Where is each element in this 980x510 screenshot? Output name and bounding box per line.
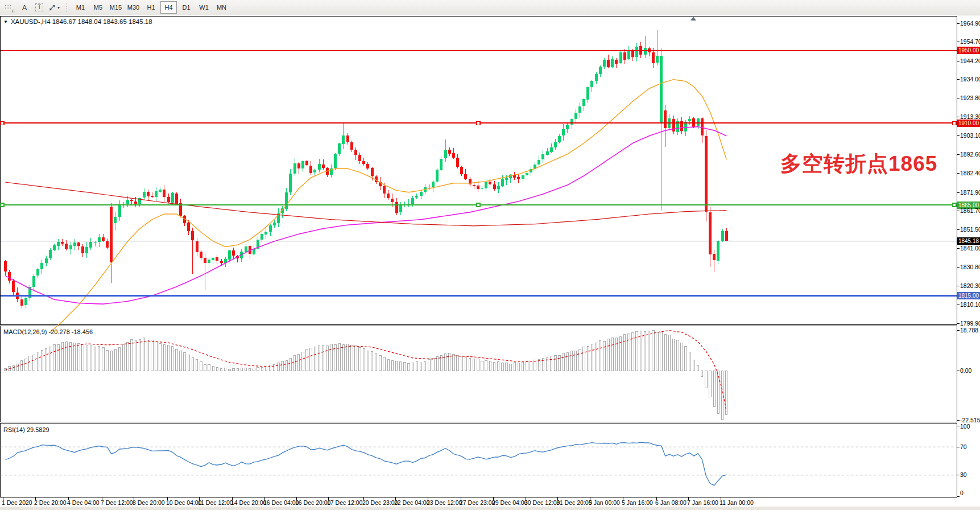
axis-tick-label: 1892.60 bbox=[960, 151, 980, 158]
timeframe-h1-button[interactable]: H1 bbox=[143, 1, 159, 14]
macd-indicator-label: MACD(12,26,9) -20.278 -18.456 bbox=[3, 328, 93, 335]
hline-handle[interactable] bbox=[953, 203, 956, 207]
mt4-window: F A T ▾ M1 M5 M15 M30 H1 H4 D1 W1 MN 195… bbox=[0, 0, 980, 510]
text-tool-button[interactable]: T bbox=[32, 1, 46, 14]
panel-frames bbox=[1, 17, 957, 497]
letter-a-icon: A bbox=[22, 3, 27, 12]
axis-tick-label: 1871.90 bbox=[960, 189, 980, 196]
arrange-tool-button[interactable]: ▾ bbox=[47, 1, 61, 14]
time-tick-label: 23 Dec 12:00 bbox=[427, 499, 462, 506]
axis-tick-label: 1903.10 bbox=[960, 132, 980, 139]
time-tick-label: 6 Jan 08:00 bbox=[655, 499, 687, 506]
timeframe-mn-button[interactable]: MN bbox=[213, 1, 230, 14]
timeframe-m30-button[interactable]: M30 bbox=[125, 1, 142, 14]
time-tick-label: 5 Jan 00:00 bbox=[589, 499, 620, 506]
time-tick-label: 16 Dec 20:00 bbox=[295, 499, 331, 506]
time-tick-label: 22 Dec 04:00 bbox=[394, 499, 430, 506]
axis-tick-label: 1964.90 bbox=[960, 20, 980, 27]
timeframe-d1-button[interactable]: D1 bbox=[178, 1, 195, 14]
axis-tick-label: 100 bbox=[960, 423, 970, 430]
axis-tick-label: 1923.80 bbox=[960, 94, 980, 101]
rsi-indicator-label: RSI(14) 29.5829 bbox=[3, 426, 49, 433]
time-tick-label: 5 Jan 16:00 bbox=[622, 499, 653, 506]
axis-tick-label: 1810.10 bbox=[960, 301, 980, 308]
time-tick-label: 11 Jan 00:00 bbox=[720, 499, 754, 506]
timeframe-m1-button[interactable]: M1 bbox=[72, 1, 89, 14]
font-tool-button[interactable]: A bbox=[18, 1, 31, 14]
axis-tick-label: 1882.40 bbox=[960, 170, 980, 176]
hline-handle[interactable] bbox=[953, 121, 956, 125]
time-tick-label: 27 Dec 23:00 bbox=[460, 499, 495, 506]
time-axis: 1 Dec 20202 Dec 20:004 Dec 04:007 Dec 12… bbox=[2, 497, 754, 506]
time-tick-label: 10 Dec 04:00 bbox=[166, 499, 202, 506]
toolbar: F A T ▾ M1 M5 M15 M30 H1 H4 D1 W1 MN bbox=[0, 0, 980, 15]
time-tick-label: 4 Dec 04:00 bbox=[67, 499, 100, 506]
text-tool-icon: T bbox=[35, 3, 43, 11]
chart-symbol-title: ▼XAUUSD-,H4 1846.67 1848.04 1843.65 1845… bbox=[3, 18, 152, 25]
timeframe-h4-button[interactable]: H4 bbox=[160, 1, 177, 14]
price-badge-text: 1845.18 bbox=[958, 238, 979, 244]
axis-tick-label: 0 bbox=[960, 490, 964, 496]
axis-tick-label: 18.788 bbox=[960, 327, 978, 334]
time-tick-label: 11 Dec 12:00 bbox=[198, 499, 233, 506]
chart-canvas[interactable]: 1950.001910.001865.001845.181815.001964.… bbox=[0, 0, 980, 510]
time-tick-label: 2 Dec 20:00 bbox=[34, 499, 67, 506]
time-tick-label: 31 Dec 20:00 bbox=[556, 499, 592, 506]
price-badge-text: 1815.00 bbox=[958, 293, 979, 299]
hline-handle[interactable] bbox=[477, 203, 480, 207]
time-tick-label: 7 Dec 12:00 bbox=[101, 499, 133, 506]
axis-tick-label: 70 bbox=[960, 443, 967, 450]
timeframe-m15-button[interactable]: M15 bbox=[107, 1, 124, 14]
time-tick-label: 29 Dec 04:00 bbox=[492, 499, 528, 506]
axis-tick-label: 0.00 bbox=[960, 367, 972, 374]
axis-tick-label: 30 bbox=[960, 471, 967, 478]
time-tick-label: 8 Dec 20:00 bbox=[133, 499, 165, 506]
axis-tick-label: 1913.30 bbox=[960, 113, 980, 120]
time-tick-label: 14 Dec 20:00 bbox=[231, 499, 267, 506]
dropdown-caret-icon: ▾ bbox=[57, 5, 60, 10]
time-tick-label: 20 Dec 23:00 bbox=[362, 499, 398, 506]
timeframe-m5-button[interactable]: M5 bbox=[90, 1, 106, 14]
price-badge-text: 1950.00 bbox=[958, 47, 979, 54]
time-tick-label: 7 Jan 16:00 bbox=[687, 499, 718, 506]
axis-tick-label: 1830.80 bbox=[960, 264, 980, 270]
hline-handle[interactable] bbox=[477, 121, 480, 125]
toolbar-grip[interactable] bbox=[66, 2, 68, 13]
grid-icon bbox=[5, 5, 11, 10]
timeframe-w1-button[interactable]: W1 bbox=[196, 1, 212, 14]
hline-handle[interactable] bbox=[1, 203, 4, 207]
collapse-triangle-icon[interactable]: ▼ bbox=[3, 19, 8, 24]
time-tick-label: 30 Dec 12:00 bbox=[524, 499, 560, 506]
axis-tick-label: 1934.00 bbox=[960, 76, 980, 83]
time-tick-label: 17 Dec 12:00 bbox=[327, 499, 363, 506]
diagonal-arrows-icon bbox=[48, 4, 56, 11]
grid-f-label: F bbox=[12, 9, 15, 14]
window-bottom-strip bbox=[0, 507, 980, 510]
axis-tick-label: 1944.20 bbox=[960, 57, 980, 64]
axis-tick-label: 1799.90 bbox=[960, 320, 980, 327]
price-badge-text: 1910.00 bbox=[958, 120, 979, 126]
price-axis: 1964.901954.701944.201934.001923.801913.… bbox=[957, 20, 980, 497]
chart-annotation[interactable]: 多空转折点1865 bbox=[780, 150, 937, 178]
axis-tick-label: -22.515 bbox=[960, 417, 980, 423]
axis-tick-label: 1841.00 bbox=[960, 245, 980, 252]
hline-handle[interactable] bbox=[1, 121, 4, 125]
axis-tick-label: 1861.70 bbox=[960, 207, 980, 214]
axis-tick-label: 1954.70 bbox=[960, 38, 980, 45]
axis-tick-label: 1820.30 bbox=[960, 282, 980, 289]
time-tick-label: 1 Dec 2020 bbox=[2, 499, 32, 506]
axis-tick-label: 1851.50 bbox=[960, 226, 980, 233]
time-tick-label: 16 Dec 04:00 bbox=[263, 499, 299, 506]
grid-tool-button[interactable]: F bbox=[3, 1, 16, 14]
